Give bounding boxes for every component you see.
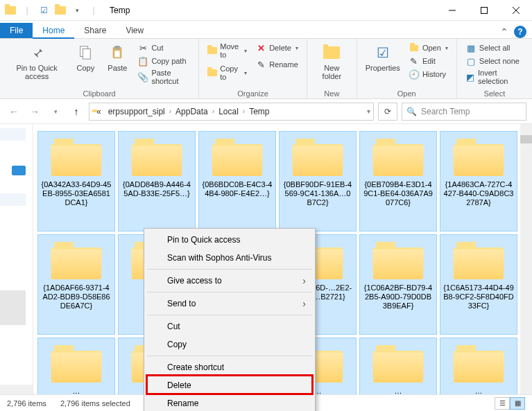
folder-item[interactable]: {1AD6AF66-9371-4AD2-BDB9-D58E86DE6A7C}	[37, 234, 115, 335]
folder-name: {1A4863CA-727C-4427-B440-C9AD8C32787A}	[443, 180, 514, 208]
invert-selection-button[interactable]: ◩Invert selection	[463, 68, 526, 86]
ctx-copy[interactable]: Copy	[146, 335, 313, 353]
ribbon-tabs: File Home Share View ⌃ ?	[0, 21, 532, 38]
ctx-scan-antivirus[interactable]: Scan with Sophos Anti-Virus	[146, 249, 313, 267]
folder-icon	[54, 4, 67, 17]
ctx-create-shortcut[interactable]: Create shortcut	[146, 358, 313, 376]
folder-name: {0ADD84B9-A446-45AD-B33E-25F5…}	[121, 180, 192, 198]
help-icon[interactable]: ?	[514, 26, 526, 38]
folder-item[interactable]: …	[440, 338, 517, 394]
ctx-delete[interactable]: Delete	[146, 376, 313, 394]
copy-label: Copy	[77, 64, 95, 72]
vertical-scrollbar[interactable]	[520, 124, 532, 394]
breadcrumb-seg[interactable]: AppData	[173, 105, 211, 118]
refresh-button[interactable]: ⟳	[378, 103, 397, 121]
folder-item[interactable]: …	[37, 338, 115, 394]
up-button[interactable]: ↑	[68, 103, 85, 120]
ctx-rename[interactable]: Rename	[146, 394, 313, 411]
scroll-thumb[interactable]	[520, 135, 532, 143]
rename-icon: ✎	[255, 59, 266, 70]
breadcrumb-seg[interactable]: erpsupport_sipl	[105, 105, 168, 118]
properties-qat-icon[interactable]: ☑	[37, 4, 50, 17]
folder-item[interactable]: {0ADD84B9-A446-45AD-B33E-25F5…}	[118, 131, 196, 231]
delete-button[interactable]: ✕Delete▾	[252, 42, 301, 54]
ribbon-collapse-icon[interactable]: ⌃	[500, 26, 508, 37]
chevron-right-icon[interactable]: ›	[243, 107, 245, 115]
maximize-button[interactable]	[468, 0, 500, 21]
folder-item[interactable]: {1C6A5173-44D4-49B8-9CF2-5F8D40FD33FC}	[440, 234, 517, 335]
rename-button[interactable]: ✎Rename	[252, 58, 301, 71]
qat-separator: |	[87, 4, 100, 17]
folder-item[interactable]: {1A4863CA-727C-4427-B440-C9AD8C32787A}	[440, 131, 517, 231]
folder-item[interactable]: {0B6BDC0B-E4C3-44B4-980F-E4E2…}	[198, 131, 276, 231]
navigation-pane-slice[interactable]	[0, 124, 33, 394]
new-folder-button[interactable]: New folder	[313, 42, 351, 82]
address-dropdown-icon[interactable]: ▾	[367, 107, 370, 115]
folder-icon	[132, 137, 182, 176]
window-controls	[436, 0, 532, 21]
breadcrumb-seg[interactable]: Temp	[246, 105, 272, 118]
recent-dropdown[interactable]: ▾	[47, 103, 64, 120]
copy-to-button[interactable]: Copy to▾	[205, 64, 250, 82]
cut-button[interactable]: ✂Cut	[135, 42, 193, 54]
folder-item[interactable]: {0EB709B4-E3D1-49C1-BE64-036A7A9077C6}	[359, 131, 437, 231]
tab-share[interactable]: Share	[74, 23, 116, 38]
folder-item[interactable]: {1C06A2BF-BD79-42B5-A90D-79D0DB3B9EAF}	[359, 234, 437, 335]
copy-button[interactable]: Copy	[71, 42, 100, 73]
invert-icon: ◩	[465, 71, 475, 82]
ctx-send-to[interactable]: Send to	[146, 295, 313, 313]
ctx-give-access[interactable]: Give access to	[146, 272, 313, 290]
shortcut-icon: 📎	[137, 71, 148, 82]
paste-shortcut-button[interactable]: 📎Paste shortcut	[135, 68, 193, 86]
folder-item[interactable]: {0A342A33-64D9-45EB-8955-03EA6581DCA1}	[37, 131, 115, 231]
folder-copy-icon	[207, 67, 217, 78]
edit-button[interactable]: ✎Edit	[406, 55, 451, 67]
horizontal-scrollbar[interactable]	[0, 385, 33, 394]
search-box[interactable]: 🔍 Search Temp	[402, 103, 526, 121]
folder-item[interactable]: {0BBF90DF-91EB-4569-9C41-136A…0B7C2}	[279, 131, 357, 231]
quick-access-toolbar: | ☑ ▾ |	[0, 4, 104, 17]
group-label-new: New	[313, 88, 351, 98]
pin-quick-access-button[interactable]: Pin to Quick access	[6, 42, 68, 82]
open-button[interactable]: Open▾	[406, 42, 451, 54]
close-button[interactable]	[500, 0, 532, 21]
select-none-icon: ▢	[465, 55, 477, 67]
forward-button[interactable]: →	[26, 103, 43, 120]
folder-name: {1C6A5173-44D4-49B8-9CF2-5F8D40FD33FC}	[443, 283, 514, 311]
open-icon	[409, 42, 420, 53]
ribbon-group-new: New folder New	[307, 39, 357, 98]
breadcrumb-seg[interactable]: Local	[216, 105, 241, 118]
properties-button[interactable]: ☑ Properties	[363, 42, 403, 73]
tab-home[interactable]: Home	[33, 23, 74, 38]
folder-item[interactable]: …	[359, 338, 437, 394]
ctx-cut[interactable]: Cut	[146, 317, 313, 335]
qat-dropdown-icon[interactable]: ▾	[71, 4, 83, 17]
back-button[interactable]: ←	[6, 103, 22, 120]
ctx-pin-quick-access[interactable]: Pin to Quick access	[146, 231, 313, 249]
history-button[interactable]: 🕘History	[406, 68, 451, 80]
details-view-button[interactable]: ☰	[495, 397, 510, 410]
address-bar[interactable]: « erpsupport_sipl › AppData › Local › Te…	[89, 103, 374, 121]
chevron-right-icon[interactable]: ›	[212, 107, 214, 115]
folder-icon	[373, 137, 423, 176]
title-bar: | ☑ ▾ | Temp	[0, 0, 532, 21]
icons-view-button[interactable]: ▦	[510, 397, 525, 410]
select-none-button[interactable]: ▢Select none	[463, 55, 526, 67]
move-to-button[interactable]: Move to▾	[205, 42, 250, 60]
folder-icon	[51, 344, 101, 383]
copy-path-button[interactable]: 📋Copy path	[135, 55, 193, 67]
select-all-button[interactable]: ▦Select all	[463, 42, 526, 54]
svg-rect-7	[115, 46, 120, 49]
folder-icon	[51, 137, 101, 176]
tab-file[interactable]: File	[0, 23, 33, 38]
group-label-clipboard: Clipboard	[6, 88, 193, 98]
minimize-button[interactable]	[436, 0, 468, 21]
search-placeholder: Search Temp	[421, 107, 470, 116]
folder-move-icon	[207, 45, 217, 56]
paste-button[interactable]: Paste	[103, 42, 132, 73]
chevron-right-icon[interactable]: ›	[169, 107, 171, 115]
search-icon: 🔍	[406, 107, 417, 116]
folder-name: …	[475, 387, 483, 394]
folder-icon	[454, 344, 504, 383]
tab-view[interactable]: View	[116, 23, 153, 38]
